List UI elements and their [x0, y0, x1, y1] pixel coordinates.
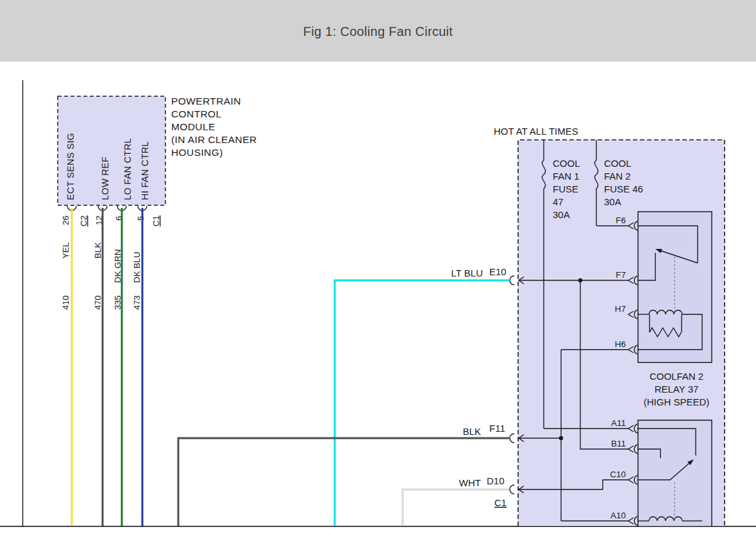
pcm-title-line-5: HOUSING): [171, 147, 223, 158]
fuse1-label-line-4: 47: [553, 196, 564, 207]
relay37-label-line-2: RELAY 37: [655, 384, 699, 395]
pcm-title-line-1: POWERTRAIN: [171, 96, 241, 106]
wiring-diagram-page: Fig 1: Cooling Fan Circuit ECT SENS SIG …: [0, 0, 756, 544]
relay37-label-line-3: (HIGH SPEED): [644, 396, 710, 407]
pin-label-c10: C10: [610, 470, 626, 479]
pcm-title-line-2: CONTROL: [171, 108, 222, 119]
pcm-label-low-ref: LOW REF: [100, 157, 110, 200]
fuse2-label-line-3: FUSE 46: [604, 183, 643, 194]
pin-label-f11: F11: [489, 423, 505, 434]
wire-color-blk-label: BLK: [93, 242, 103, 259]
pin-label-h6: H6: [615, 339, 626, 349]
pin-label-b11: B11: [611, 439, 626, 448]
wire-color-dk-blu-label: DK BLU: [132, 251, 142, 283]
pcm-title-line-3: MODULE: [171, 121, 215, 132]
pcm-connector-c2-label: C2: [79, 216, 88, 226]
wire-label-wht: WHT: [459, 477, 481, 488]
pcm-module: ECT SENS SIG LOW REF LO FAN CTRL HI FAN …: [58, 96, 256, 310]
pcm-label-hi-fan-ctrl: HI FAN CTRL: [140, 141, 150, 200]
pin-label-a10: A10: [610, 511, 626, 520]
pcm-label-ect-sens-sig: ECT SENS SIG: [65, 133, 76, 200]
wire-wht-to-d10: [403, 489, 509, 526]
circuit-number-410: 410: [61, 295, 71, 310]
wire-label-lt-blu: LT BLU: [451, 268, 483, 278]
pcm-connector-c1-label: C1: [151, 216, 161, 226]
circuit-number-473: 473: [132, 295, 142, 310]
cooling-fan-circuit-diagram: ECT SENS SIG LOW REF LO FAN CTRL HI FAN …: [0, 0, 756, 544]
pin-label-f7: F7: [616, 270, 626, 280]
pin-label-e10: E10: [489, 266, 507, 277]
fuse1-label-line-5: 30A: [553, 209, 570, 220]
fuse1-label-line-3: FUSE: [553, 183, 578, 194]
fuse-relay-box: HOT AT ALL TIMES COOL FAN 1 FUSE 47 30A …: [494, 126, 725, 526]
pcm-label-lo-fan-ctrl: LO FAN CTRL: [122, 138, 133, 200]
pin-label-a11: A11: [611, 418, 626, 428]
relay37-box: [638, 212, 712, 362]
pcm-pin-number-26: 26: [61, 216, 71, 225]
pin-label-d10: D10: [487, 475, 505, 486]
pcm-title-line-4: (IN AIR CLEANER: [171, 134, 256, 145]
pcm-pin-number-5: 5: [136, 216, 146, 221]
fuse1-label-line-1: COOL: [553, 158, 580, 169]
connector-c1-label: C1: [494, 498, 507, 508]
wire-color-yel-label: YEL: [61, 242, 71, 259]
fuse1-label-line-2: FAN 1: [553, 171, 580, 182]
fuse2-label-line-2: FAN 2: [604, 171, 631, 182]
wire-label-blk: BLK: [463, 426, 481, 437]
relay37-label-line-1: COOLFAN 2: [650, 371, 703, 382]
fuse2-label-line-4: 30A: [604, 196, 621, 207]
hot-at-all-times-label: HOT AT ALL TIMES: [494, 126, 578, 137]
fuse2-label-line-1: COOL: [604, 158, 632, 169]
box-edge-connectors: LT BLU E10 BLK F11 WHT D10 C1: [451, 266, 524, 508]
pin-label-h7: H7: [615, 304, 626, 314]
circuit-number-470: 470: [93, 295, 103, 310]
pin-label-f6: F6: [616, 216, 626, 225]
